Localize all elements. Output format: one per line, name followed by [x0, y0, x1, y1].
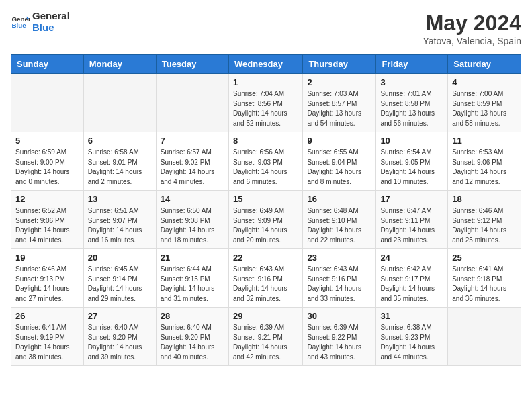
day-info: Sunrise: 6:52 AMSunset: 9:06 PMDaylight:… — [15, 206, 79, 245]
weekday-header-tuesday: Tuesday — [156, 55, 228, 74]
weekday-header-thursday: Thursday — [303, 55, 376, 74]
day-number: 19 — [15, 253, 79, 263]
day-number: 28 — [161, 311, 224, 321]
day-info: Sunrise: 6:53 AMSunset: 9:06 PMDaylight:… — [452, 148, 517, 187]
calendar-day: 23Sunrise: 6:43 AMSunset: 9:16 PMDayligh… — [303, 249, 376, 308]
month-year: May 2024 — [423, 11, 521, 36]
calendar-week-4: 19Sunrise: 6:46 AMSunset: 9:13 PMDayligh… — [11, 249, 521, 308]
calendar-day: 7Sunrise: 6:57 AMSunset: 9:02 PMDaylight… — [156, 132, 228, 191]
day-number: 18 — [452, 194, 517, 204]
svg-text:Blue: Blue — [11, 21, 26, 29]
day-number: 9 — [307, 136, 371, 146]
day-info: Sunrise: 6:40 AMSunset: 9:20 PMDaylight:… — [161, 323, 224, 362]
logo: General Blue General Blue — [11, 11, 70, 33]
calendar-day: 3Sunrise: 7:01 AMSunset: 8:58 PMDaylight… — [376, 74, 448, 132]
page-header: General Blue General Blue May 2024 Yatov… — [11, 11, 521, 46]
day-info: Sunrise: 6:57 AMSunset: 9:02 PMDaylight:… — [161, 148, 224, 187]
day-number: 27 — [88, 311, 152, 321]
day-number: 21 — [161, 253, 224, 263]
day-info: Sunrise: 7:03 AMSunset: 8:57 PMDaylight:… — [307, 89, 371, 128]
day-number: 1 — [233, 77, 298, 87]
calendar-week-3: 12Sunrise: 6:52 AMSunset: 9:06 PMDayligh… — [11, 191, 521, 249]
day-info: Sunrise: 7:00 AMSunset: 8:59 PMDaylight:… — [452, 89, 517, 128]
day-info: Sunrise: 6:38 AMSunset: 9:23 PMDaylight:… — [380, 323, 443, 362]
day-info: Sunrise: 6:39 AMSunset: 9:22 PMDaylight:… — [307, 323, 371, 362]
day-info: Sunrise: 6:46 AMSunset: 9:12 PMDaylight:… — [452, 206, 517, 245]
day-number: 14 — [161, 194, 224, 204]
calendar-day — [448, 308, 521, 366]
day-number: 3 — [380, 77, 443, 87]
calendar-day: 2Sunrise: 7:03 AMSunset: 8:57 PMDaylight… — [303, 74, 376, 132]
day-number: 24 — [380, 253, 443, 263]
weekday-header-saturday: Saturday — [448, 55, 521, 74]
day-info: Sunrise: 6:47 AMSunset: 9:11 PMDaylight:… — [380, 206, 443, 245]
day-number: 2 — [307, 77, 371, 87]
day-info: Sunrise: 6:56 AMSunset: 9:03 PMDaylight:… — [233, 148, 298, 187]
day-info: Sunrise: 6:51 AMSunset: 9:07 PMDaylight:… — [88, 206, 152, 245]
day-info: Sunrise: 7:01 AMSunset: 8:58 PMDaylight:… — [380, 89, 443, 128]
calendar-day: 14Sunrise: 6:50 AMSunset: 9:08 PMDayligh… — [156, 191, 228, 249]
calendar-week-1: 1Sunrise: 7:04 AMSunset: 8:56 PMDaylight… — [11, 74, 521, 132]
day-number: 22 — [233, 253, 298, 263]
location: Yatova, Valencia, Spain — [423, 36, 521, 46]
calendar-day: 30Sunrise: 6:39 AMSunset: 9:22 PMDayligh… — [303, 308, 376, 366]
day-info: Sunrise: 6:42 AMSunset: 9:17 PMDaylight:… — [380, 265, 443, 304]
calendar-day: 8Sunrise: 6:56 AMSunset: 9:03 PMDaylight… — [228, 132, 302, 191]
day-info: Sunrise: 6:40 AMSunset: 9:20 PMDaylight:… — [88, 323, 152, 362]
calendar-day: 11Sunrise: 6:53 AMSunset: 9:06 PMDayligh… — [448, 132, 521, 191]
day-number: 12 — [15, 194, 79, 204]
day-number: 16 — [307, 194, 371, 204]
calendar-day: 28Sunrise: 6:40 AMSunset: 9:20 PMDayligh… — [156, 308, 228, 366]
calendar-day: 9Sunrise: 6:55 AMSunset: 9:04 PMDaylight… — [303, 132, 376, 191]
day-number: 8 — [233, 136, 298, 146]
calendar-day: 6Sunrise: 6:58 AMSunset: 9:01 PMDaylight… — [83, 132, 156, 191]
day-number: 23 — [307, 253, 371, 263]
day-number: 11 — [452, 136, 517, 146]
day-info: Sunrise: 6:41 AMSunset: 9:19 PMDaylight:… — [15, 323, 79, 362]
calendar-day: 17Sunrise: 6:47 AMSunset: 9:11 PMDayligh… — [376, 191, 448, 249]
day-info: Sunrise: 6:46 AMSunset: 9:13 PMDaylight:… — [15, 265, 79, 304]
weekday-header-monday: Monday — [83, 55, 156, 74]
calendar-day: 1Sunrise: 7:04 AMSunset: 8:56 PMDaylight… — [228, 74, 302, 132]
day-number: 5 — [15, 136, 79, 146]
logo-general: General — [32, 11, 70, 22]
day-number: 17 — [380, 194, 443, 204]
weekday-header-row: SundayMondayTuesdayWednesdayThursdayFrid… — [11, 55, 521, 74]
calendar-day — [156, 74, 228, 132]
day-number: 6 — [88, 136, 152, 146]
calendar-day: 15Sunrise: 6:49 AMSunset: 9:09 PMDayligh… — [228, 191, 302, 249]
calendar-day: 10Sunrise: 6:54 AMSunset: 9:05 PMDayligh… — [376, 132, 448, 191]
day-number: 30 — [307, 311, 371, 321]
calendar-day: 25Sunrise: 6:41 AMSunset: 9:18 PMDayligh… — [448, 249, 521, 308]
calendar-day: 5Sunrise: 6:59 AMSunset: 9:00 PMDaylight… — [11, 132, 84, 191]
day-info: Sunrise: 6:49 AMSunset: 9:09 PMDaylight:… — [233, 206, 298, 245]
day-info: Sunrise: 6:44 AMSunset: 9:15 PMDaylight:… — [161, 265, 224, 304]
day-number: 15 — [233, 194, 298, 204]
day-info: Sunrise: 6:43 AMSunset: 9:16 PMDaylight:… — [307, 265, 371, 304]
calendar-day: 29Sunrise: 6:39 AMSunset: 9:21 PMDayligh… — [228, 308, 302, 366]
calendar-day: 31Sunrise: 6:38 AMSunset: 9:23 PMDayligh… — [376, 308, 448, 366]
day-number: 20 — [88, 253, 152, 263]
calendar-day — [83, 74, 156, 132]
calendar-day — [11, 74, 84, 132]
day-info: Sunrise: 6:59 AMSunset: 9:00 PMDaylight:… — [15, 148, 79, 187]
weekday-header-sunday: Sunday — [11, 55, 84, 74]
calendar-day: 13Sunrise: 6:51 AMSunset: 9:07 PMDayligh… — [83, 191, 156, 249]
day-info: Sunrise: 7:04 AMSunset: 8:56 PMDaylight:… — [233, 89, 298, 128]
calendar-week-5: 26Sunrise: 6:41 AMSunset: 9:19 PMDayligh… — [11, 308, 521, 366]
day-info: Sunrise: 6:48 AMSunset: 9:10 PMDaylight:… — [307, 206, 371, 245]
weekday-header-wednesday: Wednesday — [228, 55, 302, 74]
calendar-day: 12Sunrise: 6:52 AMSunset: 9:06 PMDayligh… — [11, 191, 84, 249]
day-number: 4 — [452, 77, 517, 87]
day-number: 10 — [380, 136, 443, 146]
calendar-day: 24Sunrise: 6:42 AMSunset: 9:17 PMDayligh… — [376, 249, 448, 308]
calendar-day: 18Sunrise: 6:46 AMSunset: 9:12 PMDayligh… — [448, 191, 521, 249]
calendar-day: 26Sunrise: 6:41 AMSunset: 9:19 PMDayligh… — [11, 308, 84, 366]
calendar-day: 21Sunrise: 6:44 AMSunset: 9:15 PMDayligh… — [156, 249, 228, 308]
calendar-week-2: 5Sunrise: 6:59 AMSunset: 9:00 PMDaylight… — [11, 132, 521, 191]
logo-blue: Blue — [32, 22, 70, 34]
day-info: Sunrise: 6:55 AMSunset: 9:04 PMDaylight:… — [307, 148, 371, 187]
day-number: 31 — [380, 311, 443, 321]
day-number: 13 — [88, 194, 152, 204]
calendar-day: 22Sunrise: 6:43 AMSunset: 9:16 PMDayligh… — [228, 249, 302, 308]
